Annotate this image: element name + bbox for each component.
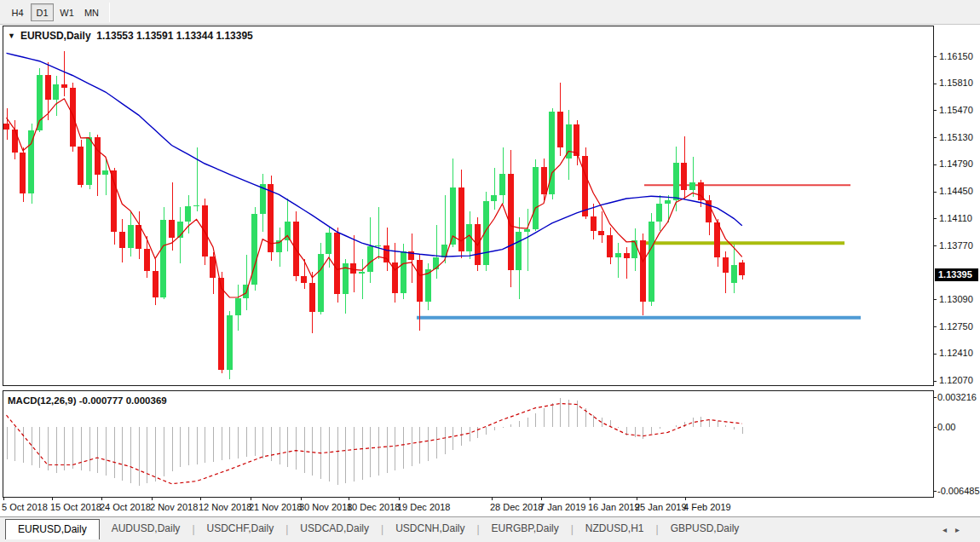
tab-eurgbp-daily[interactable]: EURGBP,Daily <box>480 519 571 539</box>
timeframe-button-h4[interactable]: H4 <box>6 3 29 21</box>
timeframe-toolbar: H4D1W1MN <box>0 0 980 25</box>
macd-axis-label: 0.00 <box>937 422 955 432</box>
macd-axis-label: -0.006485 <box>937 486 980 496</box>
toolbar-separator <box>109 3 110 22</box>
date-axis-label: 28 Dec 2018 <box>490 502 543 512</box>
date-axis-label: 25 Jan 2019 <box>635 502 687 512</box>
macd-indicator-label: MACD(12,26,9) -0.000777 0.000369 <box>8 395 167 406</box>
price-axis-label: 1.14450 <box>939 186 973 196</box>
tab-scroll-arrows[interactable]: ◂▸ <box>943 525 968 534</box>
date-axis-label: 5 Oct 2018 <box>2 502 48 512</box>
symbol-ohlc-text: EURUSD,Daily 1.13553 1.13591 1.13344 1.1… <box>20 30 253 42</box>
price-axis-label: 1.14110 <box>939 213 972 223</box>
date-axis-label: 16 Jan 2019 <box>588 502 640 512</box>
date-axis-label: 21 Nov 2018 <box>249 502 302 512</box>
price-axis-label: 1.13090 <box>939 294 973 304</box>
timeframe-button-mn[interactable]: MN <box>80 3 103 21</box>
price-axis-label: 1.12410 <box>939 348 973 358</box>
tab-usdchf-daily[interactable]: USDCHF,Daily <box>195 519 286 539</box>
price-axis-label: 1.12750 <box>939 321 973 332</box>
date-axis-label: 10 Dec 2018 <box>347 502 400 512</box>
tab-scroll-right-icon[interactable]: ▸ <box>955 525 968 534</box>
tab-usdcnh-daily[interactable]: USDCNH,Daily <box>383 519 476 539</box>
chart-dropdown-icon[interactable]: ▼ <box>8 32 15 40</box>
date-axis-label: 2 Nov 2018 <box>150 502 198 512</box>
chart-client-area[interactable]: ▼EURUSD,Daily 1.13553 1.13591 1.13344 1.… <box>0 25 980 516</box>
timeframe-button-w1[interactable]: W1 <box>55 3 78 21</box>
price-chart-canvas[interactable] <box>0 25 980 516</box>
chart-frames <box>3 26 933 497</box>
price-axis-label: 1.15130 <box>939 132 973 142</box>
price-axis-label: 1.15470 <box>939 105 973 115</box>
terminal-window: H4D1W1MN ▼EURUSD,Daily 1.13553 1.13591 1… <box>0 0 980 542</box>
timeframe-button-d1[interactable]: D1 <box>31 3 54 21</box>
date-axis-label: 7 Jan 2019 <box>539 502 585 512</box>
date-axis-label: 24 Oct 2018 <box>100 502 151 512</box>
price-axis-label: 1.15810 <box>939 78 973 88</box>
date-axis-label: 4 Feb 2019 <box>683 502 731 512</box>
chart-tab-bar: EURUSD,DailyAUDUSD,Daily|USDCHF,Daily|US… <box>0 516 980 542</box>
date-axis-label: 19 Dec 2018 <box>397 502 450 512</box>
price-axis-label: 1.12070 <box>939 375 973 385</box>
current-price-badge: 1.13395 <box>935 268 978 281</box>
price-axis-label: 1.14790 <box>939 159 973 169</box>
tab-scroll-left-icon[interactable]: ◂ <box>943 525 955 534</box>
tab-usdcad-daily[interactable]: USDCAD,Daily <box>288 519 381 539</box>
date-axis-label: 15 Oct 2018 <box>50 502 101 512</box>
date-axis-label: 12 Nov 2018 <box>199 502 251 512</box>
macd-axis-label: 0.003216 <box>937 392 977 402</box>
price-axis-label: 1.13770 <box>939 240 973 251</box>
tab-audusd-daily[interactable]: AUDUSD,Daily <box>100 519 193 539</box>
tab-eurusd-daily[interactable]: EURUSD,Daily <box>5 519 100 539</box>
price-axis-label: 1.16150 <box>939 51 973 61</box>
date-axis-label: 30 Nov 2018 <box>299 502 352 512</box>
symbol-title: ▼EURUSD,Daily 1.13553 1.13591 1.13344 1.… <box>8 30 253 42</box>
tab-nzdusd-h1[interactable]: NZDUSD,H1 <box>574 519 656 539</box>
tab-gbpusd-daily[interactable]: GBPUSD,Daily <box>659 519 752 539</box>
